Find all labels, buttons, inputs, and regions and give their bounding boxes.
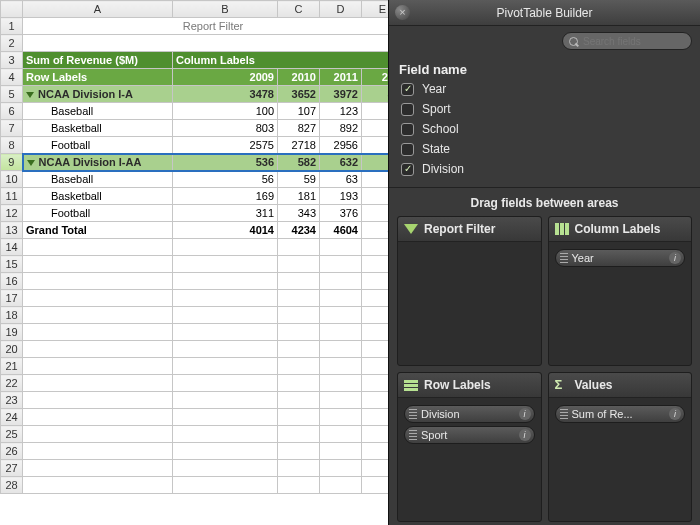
field-row[interactable]: State (395, 139, 694, 159)
row-hdr[interactable]: 21 (1, 358, 23, 375)
field-row[interactable]: Division (395, 159, 694, 179)
row-hdr[interactable]: 2 (1, 35, 23, 52)
checkbox-icon[interactable] (401, 123, 414, 136)
panel-title: PivotTable Builder (496, 6, 592, 20)
field-pill[interactable]: Division (404, 405, 535, 423)
row-hdr[interactable]: 17 (1, 290, 23, 307)
pivot-row[interactable]: Football (23, 205, 173, 222)
row-hdr[interactable]: 18 (1, 307, 23, 324)
field-pill[interactable]: Sport (404, 426, 535, 444)
close-icon[interactable]: × (395, 5, 410, 20)
sigma-icon: Σ (555, 378, 569, 392)
row-hdr[interactable]: 19 (1, 324, 23, 341)
row-hdr[interactable]: 3 (1, 52, 23, 69)
filter-icon (404, 224, 418, 234)
areas-grid: Report Filter Column Labels Year Row Lab… (389, 216, 700, 525)
row-hdr[interactable]: 5 (1, 86, 23, 103)
pivot-year-col[interactable]: 2009 (173, 69, 278, 86)
pivottable-builder-panel: × PivotTable Builder Field name Year Spo… (388, 0, 700, 525)
col-hdr-D[interactable]: D (320, 1, 362, 18)
col-hdr-B[interactable]: B (173, 1, 278, 18)
col-header-row: A B C D E (1, 1, 404, 18)
col-hdr-C[interactable]: C (278, 1, 320, 18)
field-row[interactable]: Year (395, 79, 694, 99)
field-name-heading: Field name (389, 58, 700, 79)
pivot-year-col[interactable]: 2011 (320, 69, 362, 86)
row-hdr[interactable]: 24 (1, 409, 23, 426)
pivot-row-labels-hdr[interactable]: Row Labels (23, 69, 173, 86)
row-hdr[interactable]: 10 (1, 171, 23, 188)
field-pill[interactable]: Sum of Re... (555, 405, 686, 423)
area-values[interactable]: ΣValues Sum of Re... (548, 372, 693, 522)
rows-icon (404, 380, 418, 391)
row-hdr[interactable]: 1 (1, 18, 23, 35)
row-hdr[interactable]: 11 (1, 188, 23, 205)
row-hdr[interactable]: 15 (1, 256, 23, 273)
field-list: Year Sport School State Division (389, 79, 700, 187)
row-hdr[interactable]: 22 (1, 375, 23, 392)
pivot-column-labels-hdr[interactable]: Column Labels (173, 52, 404, 69)
search-input[interactable] (562, 32, 692, 50)
row-hdr[interactable]: 23 (1, 392, 23, 409)
row-hdr[interactable]: 9 (1, 154, 23, 171)
row-hdr[interactable]: 13 (1, 222, 23, 239)
row-hdr[interactable]: 4 (1, 69, 23, 86)
columns-icon (555, 223, 569, 235)
row-hdr[interactable]: 26 (1, 443, 23, 460)
row-hdr[interactable]: 8 (1, 137, 23, 154)
col-hdr-A[interactable]: A (23, 1, 173, 18)
pivot-row[interactable]: Basketball (23, 188, 173, 205)
checkbox-icon[interactable] (401, 143, 414, 156)
select-all-corner[interactable] (1, 1, 23, 18)
checkbox-icon[interactable] (401, 83, 414, 96)
row-hdr[interactable]: 28 (1, 477, 23, 494)
pivot-grand-total-label[interactable]: Grand Total (23, 222, 173, 239)
pivot-row[interactable]: Football (23, 137, 173, 154)
report-filter-zone[interactable]: Report Filter (23, 18, 404, 35)
row-hdr[interactable]: 20 (1, 341, 23, 358)
row-hdr[interactable]: 27 (1, 460, 23, 477)
field-pill[interactable]: Year (555, 249, 686, 267)
pivot-group-header[interactable]: NCAA Division I-AA (23, 154, 173, 171)
checkbox-icon[interactable] (401, 163, 414, 176)
area-column-labels[interactable]: Column Labels Year (548, 216, 693, 366)
field-row[interactable]: School (395, 119, 694, 139)
collapse-icon[interactable] (26, 92, 34, 98)
panel-titlebar: × PivotTable Builder (389, 0, 700, 26)
pivot-year-col[interactable]: 2010 (278, 69, 320, 86)
checkbox-icon[interactable] (401, 103, 414, 116)
row-hdr[interactable]: 25 (1, 426, 23, 443)
collapse-icon[interactable] (27, 160, 35, 166)
search-field[interactable] (562, 32, 692, 50)
pivot-row[interactable]: Basketball (23, 120, 173, 137)
field-row[interactable]: Sport (395, 99, 694, 119)
row-hdr[interactable]: 14 (1, 239, 23, 256)
area-report-filter[interactable]: Report Filter (397, 216, 542, 366)
areas-title: Drag fields between areas (389, 187, 700, 216)
row-hdr[interactable]: 7 (1, 120, 23, 137)
row-hdr[interactable]: 12 (1, 205, 23, 222)
pivot-row[interactable]: Baseball (23, 103, 173, 120)
row-hdr[interactable]: 16 (1, 273, 23, 290)
area-row-labels[interactable]: Row Labels Division Sport (397, 372, 542, 522)
pivot-row[interactable]: Baseball (23, 171, 173, 188)
pivot-group-header[interactable]: NCAA Division I-A (23, 86, 173, 103)
pivot-corner[interactable]: Sum of Revenue ($M) (23, 52, 173, 69)
grid-table: A B C D E 1 Report Filter 2 3 Sum of Rev… (0, 0, 404, 494)
row-hdr[interactable]: 6 (1, 103, 23, 120)
